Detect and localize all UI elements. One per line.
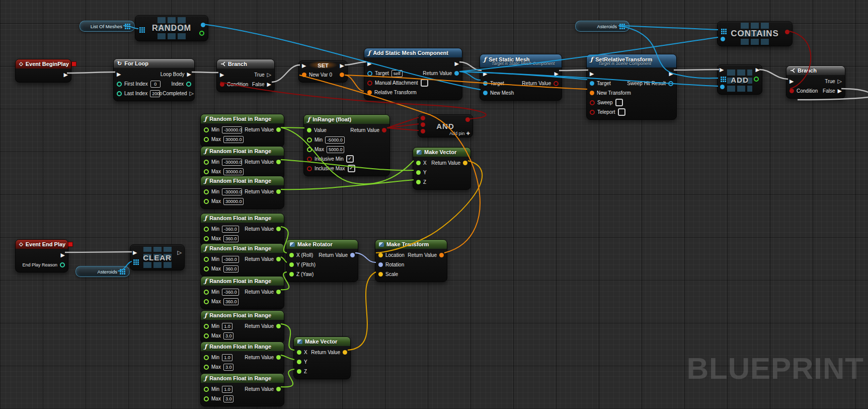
and-input-pin-3[interactable] [421,129,425,133]
teleport-pin[interactable] [590,110,595,115]
true-exec-pin[interactable]: ▷ [267,72,271,78]
node-for-loop[interactable]: ↻ For Loop ▶ Loop Body▶ First Index 0 In… [113,58,195,101]
max-input[interactable]: 30000.0 [223,136,244,143]
max-input[interactable]: 3.0 [223,364,234,371]
return-value-pin[interactable] [276,227,281,231]
max-pin[interactable] [204,236,209,241]
newvar-in-pin[interactable] [302,73,306,77]
min-pin[interactable] [204,189,209,194]
node-array-random[interactable]: RANDOM [135,15,208,41]
min-pin[interactable] [204,355,209,360]
new-transform-pin[interactable] [590,91,594,95]
scale-pin[interactable] [378,272,383,277]
index-output-pin[interactable] [754,77,759,82]
max-input[interactable]: 360.0 [223,298,239,305]
node-set-static-mesh[interactable]: ƒ Set Static Mesh Target is Static Mesh … [480,54,562,101]
node-add-static-mesh-component[interactable]: ƒ Add Static Mesh Component ▶ ▶ Target s… [364,48,462,100]
target-pin[interactable] [483,81,488,86]
max-pin[interactable] [307,147,312,152]
max-input[interactable]: 3.0 [223,395,234,402]
exec-out-pin[interactable]: ▶ [555,71,559,77]
y-pitch-pin[interactable] [289,262,294,267]
node-set-newvar[interactable]: ▶ SET ▶ New Var 0 [298,60,348,83]
array-input-pin[interactable] [721,77,722,78]
min-pin[interactable] [204,127,209,132]
min-input[interactable]: -360.0 [222,226,239,233]
teleport-checkbox[interactable] [618,108,625,116]
index-output-pin[interactable] [199,31,204,36]
node-and[interactable]: AND Add pin ✚ [418,114,473,138]
node-make-vector-bottom[interactable]: Make Vector X Return Value Y Z [293,336,351,379]
return-value-pin[interactable] [276,127,281,132]
node-random-float-1[interactable]: ƒRandom Float in Range Min-30000.0 Retur… [200,114,284,147]
node-branch-1[interactable]: Branch ▶ True▷ Condition False▶ [216,59,275,92]
sweep-checkbox[interactable] [615,99,623,106]
node-event-beginplay[interactable]: ◇ Event BeginPlay ▶ [15,59,71,83]
target-pin[interactable] [367,71,372,76]
min-pin[interactable] [204,160,209,165]
condition-pin[interactable] [220,82,224,87]
min-pin[interactable] [204,227,209,232]
return-value-pin[interactable] [454,71,459,76]
node-random-float-6[interactable]: ƒRandom Float in Range Min-360.0 Return … [200,276,284,309]
first-index-input[interactable]: 0 [150,81,161,88]
delegate-pin[interactable] [68,242,73,247]
node-array-clear[interactable]: CLEAR ▶ ▷ [130,244,185,270]
item-input-pin[interactable] [720,85,725,89]
max-input[interactable]: 30000.0 [223,198,244,205]
exec-in-pin[interactable]: ▶ [720,67,724,73]
node-array-contains[interactable]: CONTAINS [717,21,793,46]
exec-out-pin[interactable]: ▷ [178,250,182,255]
node-branch-2[interactable]: Branch ▶ True▷ Condition False▶ [786,65,845,99]
return-value-pin[interactable] [439,253,444,257]
exec-out-pin[interactable]: ▶ [64,72,68,78]
min-pin[interactable] [204,290,209,295]
min-pin[interactable] [204,387,209,392]
node-random-float-2[interactable]: ƒRandom Float in Range Min-30000.0 Retur… [200,146,284,179]
min-input[interactable]: 1.0 [222,386,232,393]
node-random-float-9[interactable]: ƒRandom Float in Range Min1.0 Return Val… [200,373,284,406]
return-value-pin[interactable] [276,324,281,328]
max-pin[interactable] [204,169,209,174]
item-input-pin[interactable] [721,37,725,41]
max-pin[interactable] [204,137,209,142]
return-value-pin[interactable] [276,387,281,391]
inclusive-max-pin[interactable] [307,166,312,171]
max-pin[interactable] [204,299,209,304]
x-roll-pin[interactable] [289,253,294,257]
return-value-pin[interactable] [276,257,281,261]
exec-in-pin[interactable]: ▶ [367,61,371,66]
max-input[interactable]: 3.0 [223,332,234,339]
return-value-pin[interactable] [554,81,559,86]
manual-attachment-checkbox[interactable] [421,79,428,87]
exec-out-pin[interactable]: ▶ [669,71,673,77]
node-set-relative-transform[interactable]: ƒ SetRelativeTransform Target is Scene C… [586,54,677,120]
variable-list-of-meshes[interactable]: List Of Meshes [80,21,135,32]
return-value-pin[interactable] [276,189,281,194]
max-input[interactable]: 360.0 [223,265,239,272]
and-output-pin[interactable] [465,117,470,122]
first-index-pin[interactable] [117,82,122,87]
delegate-pin[interactable] [71,61,76,66]
max-pin[interactable] [204,199,209,204]
exec-in-pin[interactable]: ▶ [117,72,121,77]
target-self-input[interactable]: self [391,70,403,77]
return-value-pin[interactable] [463,161,467,165]
min-input[interactable]: -360.0 [222,256,239,263]
x-pin[interactable] [297,350,301,355]
new-mesh-pin[interactable] [483,91,488,95]
exec-out-pin[interactable]: ▶ [455,61,459,66]
max-pin[interactable] [204,396,209,401]
false-exec-pin[interactable]: ▶ [267,82,271,87]
min-input[interactable]: -30000.0 [222,159,242,166]
y-pin[interactable] [297,360,301,364]
exec-in-pin[interactable]: ▶ [790,79,794,84]
return-value-pin[interactable] [276,355,281,360]
node-array-add[interactable]: ADD ▶ ▶ [717,64,762,95]
max-input[interactable]: 30000.0 [223,168,244,175]
node-random-float-4[interactable]: ƒRandom Float in Range Min-360.0 Return … [200,213,284,246]
variable-asteroids-bottom[interactable]: Asteroids [75,266,130,277]
blueprint-canvas[interactable]: BLUEPRINT [0,0,868,409]
sweep-hit-result-pin[interactable] [668,81,673,86]
node-random-float-8[interactable]: ƒRandom Float in Range Min1.0 Return Val… [200,342,284,375]
